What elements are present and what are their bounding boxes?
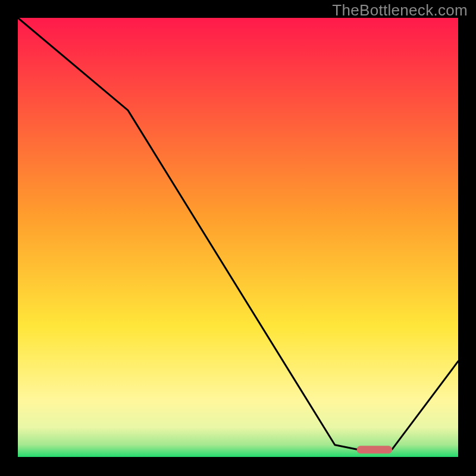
watermark-text: TheBottleneck.com xyxy=(332,1,468,20)
chart-background xyxy=(18,18,458,458)
bottleneck-chart xyxy=(0,0,476,476)
chart-container: TheBottleneck.com xyxy=(0,0,476,476)
optimal-range-marker xyxy=(357,446,392,453)
chart-baseline xyxy=(18,457,458,460)
